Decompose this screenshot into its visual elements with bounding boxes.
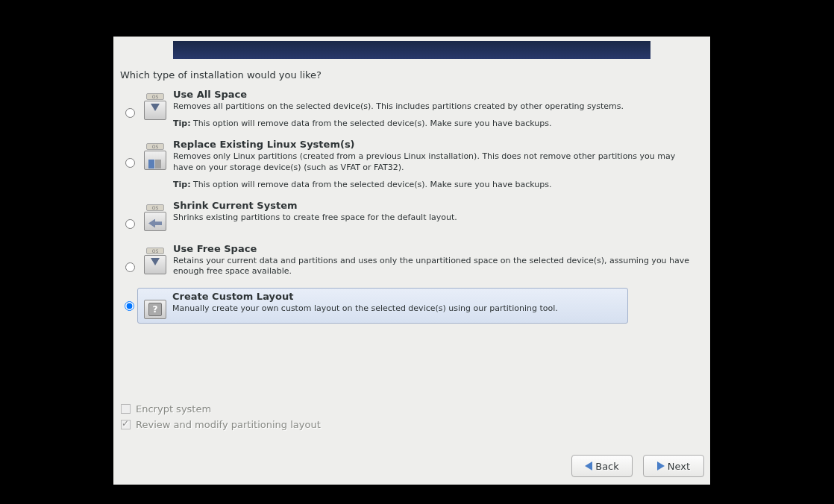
option-replace-linux[interactable]: OS Replace Existing Linux System(s) Remo… bbox=[122, 136, 704, 192]
use-free-space-icon: OS bbox=[142, 248, 168, 276]
installation-prompt: Which type of installation would you lik… bbox=[120, 69, 322, 81]
installation-options: OS Use All Space Removes all partitions … bbox=[122, 86, 704, 328]
review-layout-checkbox: Review and modify partitioning layout bbox=[121, 419, 321, 430]
checkbox-icon bbox=[121, 404, 131, 414]
options-checkboxes: Encrypt system Review and modify partiti… bbox=[121, 403, 321, 435]
option-title: Use All Space bbox=[173, 89, 697, 100]
option-shrink[interactable]: OS Shrink Current System Shrinks existin… bbox=[122, 197, 704, 236]
radio-replace-linux[interactable] bbox=[125, 158, 135, 168]
use-all-space-icon: OS bbox=[142, 93, 168, 122]
custom-layout-icon: ? bbox=[142, 292, 168, 321]
replace-linux-icon: OS bbox=[142, 143, 168, 171]
option-tip: Tip: This option will remove data from t… bbox=[173, 180, 697, 189]
next-button[interactable]: Next bbox=[643, 455, 704, 477]
back-button-label: Back bbox=[595, 461, 619, 472]
option-use-all-space[interactable]: OS Use All Space Removes all partitions … bbox=[122, 86, 704, 131]
option-title: Shrink Current System bbox=[173, 200, 697, 211]
next-button-label: Next bbox=[668, 461, 690, 472]
option-description: Removes only Linux partitions (created f… bbox=[173, 151, 697, 174]
option-title: Create Custom Layout bbox=[172, 291, 620, 302]
next-arrow-icon bbox=[657, 462, 665, 470]
option-use-free-space[interactable]: OS Use Free Space Retains your current d… bbox=[122, 240, 704, 284]
shrink-icon: OS bbox=[142, 204, 168, 233]
checkbox-label: Encrypt system bbox=[136, 403, 211, 415]
option-title: Replace Existing Linux System(s) bbox=[173, 139, 697, 150]
back-button[interactable]: Back bbox=[571, 455, 633, 477]
checkbox-label: Review and modify partitioning layout bbox=[136, 419, 321, 430]
back-arrow-icon bbox=[585, 462, 592, 470]
option-tip: Tip: This option will remove data from t… bbox=[173, 119, 697, 128]
option-title: Use Free Space bbox=[173, 243, 697, 254]
banner-header bbox=[173, 41, 650, 59]
navigation-buttons: Back Next bbox=[571, 455, 704, 477]
option-description: Retains your current data and partitions… bbox=[173, 256, 697, 278]
radio-use-free-space[interactable] bbox=[125, 262, 135, 272]
radio-shrink[interactable] bbox=[125, 219, 135, 229]
checkbox-icon bbox=[121, 420, 131, 429]
option-description: Shrinks existing partitions to create fr… bbox=[173, 212, 697, 224]
radio-custom-layout[interactable] bbox=[125, 301, 134, 311]
option-description: Removes all partitions on the selected d… bbox=[173, 101, 697, 113]
encrypt-system-checkbox: Encrypt system bbox=[121, 403, 321, 415]
installer-window: Which type of installation would you lik… bbox=[113, 37, 710, 485]
option-custom-layout[interactable]: ? Create Custom Layout Manually create y… bbox=[137, 288, 628, 324]
radio-use-all-space[interactable] bbox=[125, 108, 135, 118]
option-description: Manually create your own custom layout o… bbox=[172, 303, 620, 315]
